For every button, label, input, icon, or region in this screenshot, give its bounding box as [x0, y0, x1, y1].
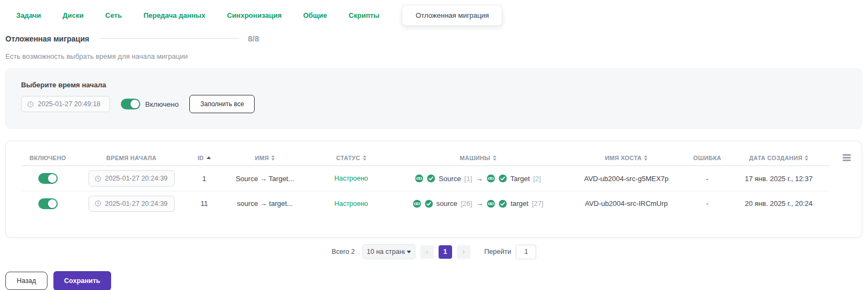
tab-transfer[interactable]: Передача данных	[143, 11, 206, 19]
tab-bar: Задачи Диски Сеть Передача данных Синхро…	[0, 0, 868, 27]
header-status[interactable]: СТАТУС	[311, 155, 392, 161]
enabled-toggle-label: Включено	[145, 100, 179, 108]
pagination: Всего 2 10 на странице ‹ 1 › Перейти	[0, 244, 868, 260]
table-row: 11 source → target... Настроено source […	[22, 191, 829, 216]
source-machine-name[interactable]: source	[436, 199, 457, 208]
vm-icon	[415, 174, 423, 183]
sort-icon	[363, 155, 366, 161]
tab-scripts[interactable]: Скрипты	[348, 11, 379, 19]
page-title: Отложенная миграция	[5, 34, 89, 43]
tab-general[interactable]: Общие	[303, 11, 327, 19]
goto-page-label: Перейти	[484, 248, 511, 256]
heading-divider	[100, 38, 239, 39]
vm-icon	[487, 199, 495, 208]
arrow-icon: →	[475, 199, 483, 208]
vm-icon	[487, 174, 495, 183]
row-created: 17 янв. 2025 г., 12:37	[726, 175, 831, 183]
row-machines: Source [1] → Target [2]	[392, 174, 564, 183]
row-time-input-wrap	[88, 170, 175, 187]
header-host[interactable]: ИМЯ ХОСТА	[564, 155, 688, 161]
row-time-input[interactable]	[105, 200, 169, 208]
save-button[interactable]: Сохранить	[53, 271, 111, 290]
tab-sync[interactable]: Синхронизация	[227, 11, 282, 19]
fill-all-button[interactable]: Заполнить все	[189, 95, 255, 113]
sort-icon	[271, 155, 275, 161]
check-circle-icon	[498, 199, 507, 208]
header-created[interactable]: ДАТА СОЗДАНИЯ	[726, 155, 831, 161]
table-columns-menu-icon[interactable]	[843, 154, 851, 162]
start-time-input[interactable]	[38, 100, 104, 108]
row-enabled-toggle[interactable]	[38, 173, 58, 184]
progress-counter: 8/8	[248, 34, 259, 43]
row-id: 11	[189, 199, 219, 208]
vm-icon	[413, 199, 421, 208]
check-circle-icon	[498, 174, 507, 183]
prev-page-button[interactable]: ‹	[420, 245, 434, 259]
start-time-panel: Выберите время начала Включено Заполнить…	[5, 68, 862, 129]
migrations-table-card: ВКЛЮЧЕНО ВРЕМЯ НАЧАЛА ID ИМЯ СТАТУС МАШИ…	[5, 141, 862, 238]
row-status: Настроено	[311, 175, 392, 182]
header-name[interactable]: ИМЯ	[219, 155, 311, 161]
header-enabled[interactable]: ВКЛЮЧЕНО	[22, 155, 73, 161]
row-machines: source [26] → target [27]	[392, 199, 564, 208]
tab-deferred-migration-active[interactable]: Отложенная миграция	[402, 5, 502, 26]
target-machine-name[interactable]: Target	[510, 175, 530, 183]
check-circle-icon	[425, 199, 433, 208]
current-page-button[interactable]: 1	[439, 245, 452, 259]
row-error: -	[688, 199, 726, 208]
sort-asc-icon	[207, 156, 211, 159]
back-button[interactable]: Назад	[5, 272, 47, 290]
sort-icon	[805, 155, 808, 161]
row-error: -	[688, 175, 726, 183]
clock-icon	[27, 101, 34, 108]
row-enabled-toggle[interactable]	[38, 198, 58, 209]
row-host: AVD-ub2004-src-g5MEX7p	[564, 175, 688, 183]
row-created: 20 янв. 2025 г., 20:24	[726, 199, 831, 208]
row-name: source → target...	[219, 199, 311, 208]
tab-tasks[interactable]: Задачи	[16, 11, 41, 19]
arrow-icon: →	[475, 175, 483, 183]
sort-icon	[493, 155, 496, 161]
row-time-input[interactable]	[105, 175, 169, 182]
target-machine-name[interactable]: target	[510, 199, 528, 208]
row-time-input-wrap	[88, 196, 175, 212]
next-page-button[interactable]: ›	[457, 245, 470, 259]
tab-disks[interactable]: Диски	[63, 11, 84, 19]
row-id: 1	[189, 175, 219, 183]
target-machine-ref: [27]	[532, 199, 544, 208]
enabled-toggle[interactable]	[121, 99, 140, 109]
row-host: AVD-ub2004-src-IRCmUrp	[564, 199, 688, 208]
page-size-select[interactable]: 10 на странице	[363, 244, 415, 259]
clock-icon	[94, 200, 101, 207]
header-error: ОШИБКА	[688, 155, 726, 161]
header-machines[interactable]: МАШИНЫ	[392, 155, 564, 161]
section-heading: Отложенная миграция 8/8	[5, 34, 868, 43]
start-time-input-wrap	[21, 96, 110, 112]
sort-icon	[644, 155, 647, 161]
source-machine-ref: [26]	[461, 199, 473, 208]
check-circle-icon	[427, 174, 435, 183]
target-machine-ref: [2]	[533, 175, 541, 183]
goto-page-input[interactable]	[516, 245, 536, 259]
tab-network[interactable]: Сеть	[105, 11, 122, 19]
header-id[interactable]: ID	[189, 155, 219, 161]
table-header-row: ВКЛЮЧЕНО ВРЕМЯ НАЧАЛА ID ИМЯ СТАТУС МАШИ…	[22, 150, 829, 166]
section-subtitle: Есть возможность выбрать время для начал…	[5, 52, 868, 60]
source-machine-ref: [1]	[464, 175, 472, 183]
start-time-label: Выберите время начала	[21, 81, 862, 89]
table-row: 1 Source → Target... Настроено Source [1…	[22, 166, 829, 191]
clock-icon	[94, 175, 101, 182]
page-size-value: 10 на странице	[367, 248, 405, 256]
row-status: Настроено	[311, 200, 392, 208]
total-count-label: Всего 2	[332, 248, 355, 256]
footer-actions: Назад Сохранить	[5, 271, 868, 290]
row-name: Source → Target...	[219, 175, 311, 183]
source-machine-name[interactable]: Source	[439, 175, 461, 183]
chevron-down-icon	[407, 251, 411, 253]
header-start-time[interactable]: ВРЕМЯ НАЧАЛА	[73, 155, 189, 161]
